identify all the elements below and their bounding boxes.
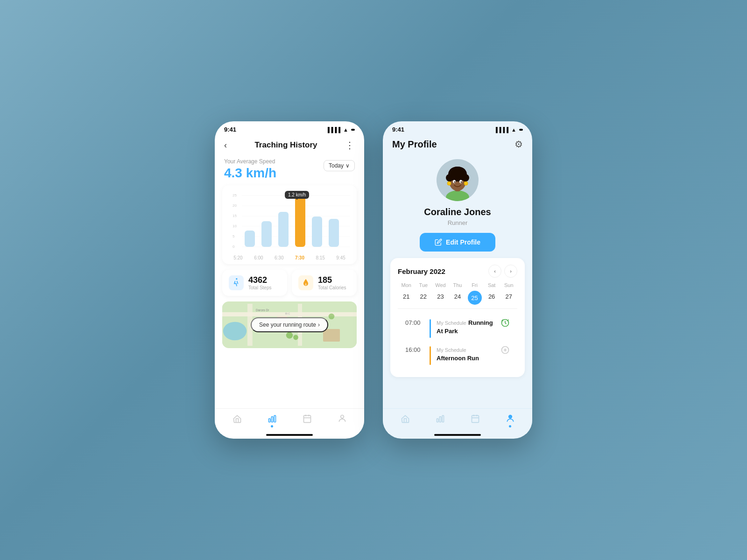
- edit-profile-button[interactable]: Edit Profile: [420, 233, 495, 252]
- day-label-mon: Mon: [398, 282, 415, 288]
- nav-home-profile[interactable]: [400, 413, 410, 427]
- cal-day-24[interactable]: 24: [449, 291, 466, 305]
- more-button[interactable]: ⋮: [345, 140, 355, 151]
- svg-text:0: 0: [233, 245, 235, 249]
- home-indicator-profile: [434, 434, 481, 436]
- signal-icon: ▐▐▐▐: [326, 127, 340, 133]
- schedule-section: 07:00 My Schedule Running At Park: [398, 313, 517, 365]
- back-button[interactable]: ‹: [224, 140, 227, 150]
- chart-label-4-active: 7:30: [295, 255, 304, 260]
- svg-text:10: 10: [233, 224, 237, 228]
- nav-home[interactable]: [232, 413, 242, 427]
- chart-label-6: 9:45: [336, 255, 345, 260]
- speed-value: 4.3 km/h: [224, 166, 276, 181]
- day-label-sun: Sun: [500, 282, 517, 288]
- svg-rect-15: [295, 196, 305, 247]
- home-indicator: [266, 434, 313, 436]
- chart-label-3: 6:30: [275, 255, 283, 260]
- calendar-day-headers: Mon Tue Wed Thu Fri Sat Sun: [398, 282, 517, 288]
- today-button[interactable]: Today ∨: [324, 160, 355, 171]
- calendar-section: February 2022 ‹ › Mon Tue Wed Thu Fri Sa…: [390, 258, 525, 377]
- calories-info: 185 Total Calories: [318, 275, 346, 290]
- calories-card: 185 Total Calories: [292, 270, 357, 296]
- profile-icon-active: [505, 413, 515, 424]
- schedule-name-2: Afternoon Run: [437, 355, 479, 362]
- schedule-time-2: 16:00: [405, 346, 424, 353]
- day-label-sat: Sat: [483, 282, 500, 288]
- day-label-wed: Wed: [432, 282, 449, 288]
- speed-row: Your Average Speed 4.3 km/h Today ∨: [224, 158, 355, 181]
- status-time-profile: 9:41: [392, 126, 404, 133]
- settings-icon[interactable]: ⚙: [514, 139, 523, 150]
- schedule-info-2: My Schedule Afternoon Run: [437, 345, 495, 362]
- active-nav-dot: [271, 425, 273, 427]
- nav-profile[interactable]: [337, 413, 347, 427]
- stats-row: 4362 Total Steps 185 Total Calories: [222, 270, 357, 296]
- svg-rect-12: [245, 231, 255, 247]
- next-month-button[interactable]: ›: [504, 265, 517, 278]
- svg-text:20: 20: [233, 203, 237, 208]
- bottom-nav-profile: [383, 408, 532, 434]
- nav-profile-active[interactable]: [505, 413, 515, 427]
- arrow-icon: ›: [318, 322, 320, 328]
- svg-rect-62: [442, 415, 444, 422]
- schedule-action-1[interactable]: [500, 318, 510, 330]
- calendar-month: February 2022: [398, 267, 445, 275]
- speed-section: Your Average Speed 4.3 km/h Today ∨: [215, 155, 364, 185]
- nav-calendar[interactable]: [302, 413, 312, 427]
- calories-label: Total Calories: [318, 285, 346, 290]
- chevron-down-icon: ∨: [345, 162, 350, 169]
- cal-day-26[interactable]: 26: [483, 291, 500, 305]
- status-time-tracking: 9:41: [224, 126, 236, 133]
- chart-tooltip: 1.2 km/h: [285, 191, 309, 199]
- chart-label-1: 5:20: [233, 255, 242, 260]
- schedule-item-1: 07:00 My Schedule Running At Park: [405, 318, 510, 338]
- svg-point-49: [449, 167, 466, 178]
- schedule-item-2: 16:00 My Schedule Afternoon Run: [405, 345, 510, 365]
- steps-info: 4362 Total Steps: [248, 275, 271, 290]
- schedule-info-1: My Schedule Running At Park: [437, 318, 495, 335]
- status-icons-profile: ▐▐▐▐ ▲: [494, 127, 523, 133]
- svg-rect-13: [261, 221, 272, 247]
- svg-rect-61: [439, 417, 441, 422]
- svg-point-53: [461, 182, 462, 183]
- calories-value: 185: [318, 275, 346, 285]
- steps-value: 4362: [248, 275, 271, 285]
- schedule-action-2[interactable]: [500, 345, 510, 357]
- nav-stats[interactable]: [267, 413, 277, 427]
- chart-x-labels: 5:20 6:00 6:30 7:30 8:15 9:45: [228, 253, 351, 260]
- calendar-icon-profile: [470, 413, 480, 424]
- svg-rect-63: [472, 415, 479, 422]
- nav-calendar-profile[interactable]: [470, 413, 480, 427]
- battery-icon-profile: [519, 129, 523, 131]
- cal-day-25-active[interactable]: 25: [468, 291, 482, 305]
- stats-icon: [267, 413, 277, 424]
- calendar-days: 21 22 23 24 25 26 27: [398, 291, 517, 305]
- profile-icon-nav: [337, 413, 347, 424]
- svg-point-41: [340, 415, 344, 419]
- cal-day-22[interactable]: 22: [415, 291, 432, 305]
- map-overlay: See your running route ›: [222, 301, 357, 348]
- avatar-illustration: [437, 159, 479, 201]
- battery-icon: [351, 129, 355, 131]
- edit-icon: [435, 238, 442, 246]
- svg-point-52: [454, 182, 456, 183]
- cal-day-21[interactable]: 21: [398, 291, 415, 305]
- nav-stats-profile[interactable]: [435, 413, 445, 427]
- status-bar-profile: 9:41 ▐▐▐▐ ▲: [383, 121, 532, 136]
- prev-month-button[interactable]: ‹: [488, 265, 501, 278]
- svg-text:5: 5: [233, 234, 235, 238]
- profile-phone: 9:41 ▐▐▐▐ ▲ My Profile ⚙: [383, 121, 532, 439]
- calendar-nav: ‹ ›: [488, 265, 517, 278]
- status-bar-tracking: 9:41 ▐▐▐▐ ▲: [215, 121, 364, 136]
- chart-svg: 25 20 15 10 5 0: [228, 191, 351, 252]
- svg-text:25: 25: [233, 193, 237, 197]
- calendar-header: February 2022 ‹ ›: [398, 265, 517, 278]
- track-header: ‹ Traching History ⋮: [215, 136, 364, 155]
- svg-rect-60: [437, 419, 438, 422]
- route-button[interactable]: See your running route ›: [251, 317, 328, 332]
- svg-rect-35: [271, 417, 273, 422]
- schedule-bar-1: [430, 319, 431, 338]
- cal-day-27[interactable]: 27: [500, 291, 517, 305]
- cal-day-23[interactable]: 23: [432, 291, 449, 305]
